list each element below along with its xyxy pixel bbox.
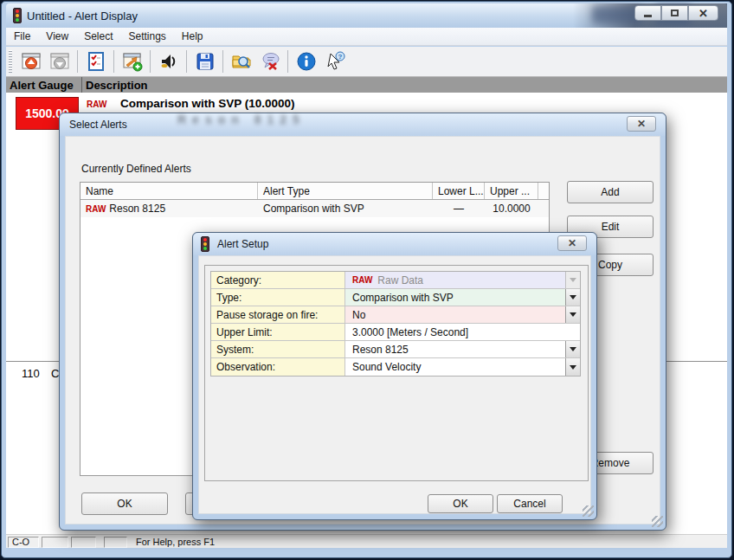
header-name[interactable]: Name [80,183,258,199]
svg-text:?: ? [338,53,342,61]
field-type: Type: Comparison with SVP [211,289,580,306]
sound-button[interactable] [155,48,182,74]
toolbar-gripper[interactable] [9,50,12,73]
window-title: Untitled - Alert Display [27,10,138,23]
alert-setup-traffic-light-icon [201,236,209,252]
menu-settings[interactable]: Settings [121,29,174,44]
alert-setup-dialog: Alert Setup ✕ Category: RAWRaw Data Type… [192,232,597,520]
chevron-down-icon [570,312,576,317]
toolbar-separator [150,50,151,73]
properties-table: Category: RAWRaw Data Type: Comparison w… [210,271,581,377]
upper-limit-value[interactable]: 3.0000 [Meters / Second] [345,324,580,340]
header-alert-type[interactable]: Alert Type [258,183,433,199]
field-label: System: [211,341,345,357]
pause-storage-value[interactable]: No [345,306,565,323]
mute-message-icon [260,51,280,72]
status-pane-3 [71,537,96,548]
system-value[interactable]: Reson 8125 [345,341,565,357]
observation-dropdown-button[interactable] [565,358,580,376]
alert-gauge-value-2[interactable]: 110 [22,367,40,380]
title-bar[interactable]: Untitled - Alert Display ✕ [6,3,727,28]
raw-tag: RAW [86,204,106,214]
list-header: Alert Gauge Description [6,77,727,93]
toolbar: ? [6,47,727,77]
alert-checklist-icon [86,51,106,72]
info-icon [296,51,317,72]
alerts-table-header: Name Alert Type Lower L... Upper ... [80,183,549,200]
toolbar-separator [186,50,187,73]
column-description[interactable]: Description [82,79,148,92]
table-row[interactable]: RAWReson 8125 Comparison with SVP — 10.0… [80,200,549,217]
close-icon: ✕ [699,8,708,19]
resize-grip[interactable] [583,505,594,517]
select-alerts-close-button[interactable]: ✕ [627,116,656,132]
save-button[interactable] [191,48,218,74]
type-value[interactable]: Comparison with SVP [345,289,565,306]
toolbar-separator [287,50,288,73]
context-help-icon: ? [325,51,345,72]
find-folder-icon [231,51,252,72]
alert-description: Comparison with SVP (10.0000) [120,97,295,110]
raw-tag: RAW [352,275,372,285]
add-alert-window-button[interactable] [119,48,145,74]
alert-setup-title-bar[interactable]: Alert Setup ✕ [193,233,596,255]
field-pause-storage: Pause storage on fire: No [211,306,580,324]
toolbar-separator [222,50,223,73]
status-pane-4 [104,537,127,548]
raise-window-button[interactable] [17,48,44,74]
field-label: Type: [211,289,345,306]
find-folder-button[interactable] [228,48,254,74]
menu-file[interactable]: File [6,29,38,44]
maximize-button[interactable] [661,5,688,21]
column-alert-gauge[interactable]: Alert Gauge [6,77,82,93]
field-label: Pause storage on fire: [211,306,345,323]
field-system: System: Reson 8125 [211,341,580,358]
maximize-icon [671,10,679,16]
raise-window-icon [21,51,42,72]
field-observation: Observation: Sound Velocity [211,358,580,376]
field-label: Observation: [211,358,345,376]
toolbar-separator [113,50,114,73]
header-lower-limit[interactable]: Lower L... [433,183,485,199]
header-upper-limit[interactable]: Upper ... [485,183,538,199]
alert-checklist-button[interactable] [82,48,109,74]
alert-setup-cancel-button[interactable]: Cancel [497,494,563,513]
close-icon: ✕ [637,118,646,130]
select-alerts-ok-button[interactable]: OK [81,492,168,515]
field-label: Upper Limit: [211,324,345,340]
minimize-icon [644,15,652,17]
field-value: Raw Data [377,274,423,286]
mute-message-button[interactable] [256,48,283,74]
window-bottom-border [3,548,729,555]
observation-value[interactable]: Sound Velocity [345,358,565,376]
chevron-down-icon [570,278,576,282]
system-dropdown-button[interactable] [565,341,580,357]
add-button[interactable]: Add [567,181,654,203]
menu-bar: File View Select Settings Help [6,28,727,46]
info-button[interactable] [293,48,319,74]
close-icon: ✕ [568,237,576,249]
close-button[interactable]: ✕ [688,5,718,21]
pause-storage-dropdown-button[interactable] [565,306,580,323]
menu-select[interactable]: Select [76,29,120,44]
resize-grip[interactable] [652,516,663,527]
cell-lower-limit: — [433,203,485,215]
type-dropdown-button[interactable] [565,289,580,306]
alert-setup-close-button[interactable]: ✕ [557,235,587,251]
lower-window-icon [49,51,70,72]
chevron-down-icon [570,347,576,351]
defined-alerts-label: Currently Defined Alerts [81,163,191,175]
category-value[interactable]: RAWRaw Data [345,272,565,288]
menu-view[interactable]: View [38,29,76,44]
raw-tag: RAW [87,100,106,109]
minimize-button[interactable] [634,5,661,21]
field-label: Category: [211,272,345,288]
cell-upper-limit: 10.0000 [485,203,538,215]
select-alerts-title-bar[interactable]: Select Alerts ✕ [60,113,666,136]
save-icon [195,51,216,72]
context-help-button[interactable]: ? [321,48,348,74]
lower-window-button[interactable] [46,48,73,74]
menu-help[interactable]: Help [174,29,211,44]
alert-name: Reson 8125 [109,203,165,215]
alert-setup-ok-button[interactable]: OK [428,494,493,513]
